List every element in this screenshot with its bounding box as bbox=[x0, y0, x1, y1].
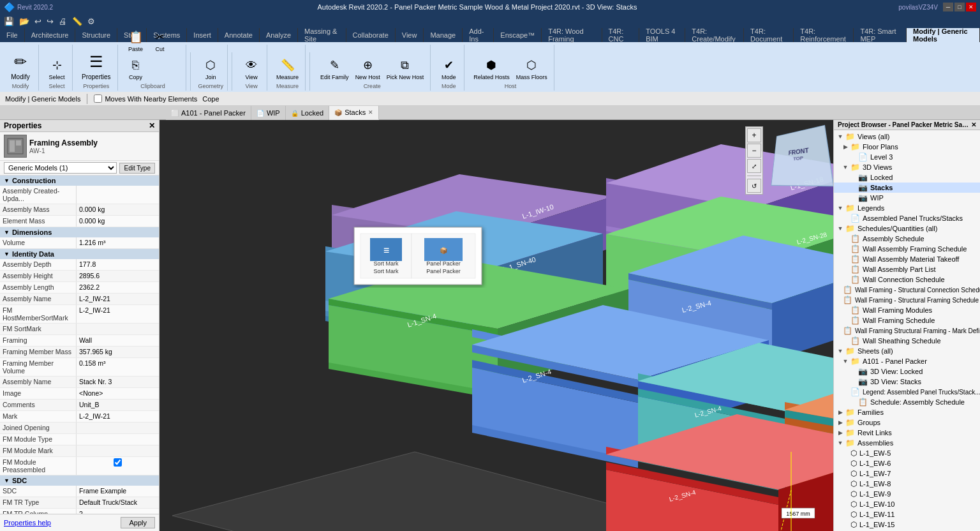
tab-insert[interactable]: Insert bbox=[187, 28, 218, 42]
tab-manage[interactable]: Manage bbox=[424, 28, 463, 42]
prop-filter-select[interactable]: Generic Models (1) bbox=[4, 162, 117, 174]
qat-save[interactable]: 💾 bbox=[3, 17, 15, 26]
qat-redo[interactable]: ↪ bbox=[45, 17, 55, 26]
tab-collaborate[interactable]: Collaborate bbox=[346, 28, 396, 42]
tab-t4r-wood[interactable]: T4R: Wood Framing bbox=[542, 28, 602, 42]
pb-assemblies[interactable]: ▼ 📁 Assemblies bbox=[834, 438, 980, 448]
new-host-btn[interactable]: ⊕ New Host bbox=[353, 55, 383, 82]
view-btn[interactable]: 👁 View bbox=[240, 55, 263, 82]
copy-btn[interactable]: ⎘ Copy bbox=[124, 55, 147, 82]
qat-open[interactable]: 📂 bbox=[18, 17, 31, 26]
close-button[interactable]: ✕ bbox=[966, 3, 976, 11]
view-tab-stacks-close[interactable]: ✕ bbox=[368, 109, 373, 116]
cut-btn[interactable]: ✂ Cut bbox=[149, 27, 172, 54]
pb-wall-sheathing[interactable]: 📋 Wall Sheathing Schedule bbox=[834, 336, 980, 346]
select-btn[interactable]: ⊹ Select bbox=[45, 55, 68, 82]
mode-btn[interactable]: ✔ Mode bbox=[437, 55, 460, 82]
sdc-section-header[interactable]: ▼ SDC bbox=[0, 475, 159, 486]
pb-3d-stacks[interactable]: 📷 3D View: Stacks bbox=[834, 377, 980, 387]
related-hosts-btn[interactable]: ⬢ Related Hosts bbox=[471, 55, 512, 82]
pb-l1-ew9[interactable]: ⬡L-1_EW-9 bbox=[834, 489, 980, 499]
pick-new-host-btn[interactable]: ⧉ Pick New Host bbox=[384, 55, 427, 82]
orbit-button[interactable]: ↺ bbox=[747, 179, 761, 193]
tab-modify-generic[interactable]: Modify | Generic Models bbox=[907, 28, 980, 42]
tab-t4r-create[interactable]: T4R: Create/Modify bbox=[685, 28, 744, 42]
join-btn[interactable]: ⬡ Join bbox=[199, 55, 222, 82]
pb-schedule-assembly[interactable]: 📋 Schedule: Assembly Schedule bbox=[834, 397, 980, 407]
tab-t4r-cnc[interactable]: T4R: CNC bbox=[602, 28, 640, 42]
qat-print[interactable]: 🖨 bbox=[57, 17, 68, 26]
tab-structure[interactable]: Structure bbox=[75, 28, 117, 42]
nav-cube-face[interactable]: FRONT TOP bbox=[771, 125, 833, 186]
pb-3d-views[interactable]: ▼ 📁 3D Views bbox=[834, 162, 980, 172]
pb-revit-links[interactable]: ▶ 📁 Revit Links bbox=[834, 428, 980, 438]
edit-family-btn[interactable]: ✎ Edit Family bbox=[318, 55, 352, 82]
mass-floors-btn[interactable]: ⬡ Mass Floors bbox=[514, 55, 550, 82]
pb-wall-part-list[interactable]: 📋 Wall Assembly Part List bbox=[834, 264, 980, 274]
properties-btn[interactable]: ☰ Properties bbox=[79, 49, 114, 82]
moves-nearby-checkbox[interactable] bbox=[94, 94, 102, 103]
pb-stacks[interactable]: 📷 Stacks bbox=[834, 183, 980, 193]
pb-close-icon[interactable]: ✕ bbox=[971, 121, 976, 128]
pb-l1-ew7[interactable]: ⬡L-1_EW-7 bbox=[834, 468, 980, 479]
zoom-fit-button[interactable]: ⤢ bbox=[747, 159, 761, 173]
paste-btn[interactable]: 📋 Paste bbox=[124, 27, 147, 54]
measure-btn[interactable]: 📏 Measure bbox=[274, 55, 301, 82]
tab-architecture[interactable]: Architecture bbox=[25, 28, 76, 42]
dimensions-section-header[interactable]: ▼ Dimensions bbox=[0, 227, 159, 237]
properties-close-icon[interactable]: ✕ bbox=[149, 121, 155, 130]
pb-wall-framing-schedule[interactable]: 📋 Wall Assembly Framing Schedule bbox=[834, 244, 980, 254]
pb-wall-struct-fr-mark[interactable]: 📋 Wall Framing Structural Framing - Mark… bbox=[834, 325, 980, 336]
tab-massing[interactable]: Massing & Site bbox=[298, 28, 346, 42]
pb-3d-locked[interactable]: 📷 3D View: Locked bbox=[834, 366, 980, 377]
pb-assembly-schedule[interactable]: 📋 Assembly Schedule bbox=[834, 234, 980, 244]
edit-type-button[interactable]: Edit Type bbox=[119, 163, 155, 174]
qat-settings[interactable]: ⚙ bbox=[86, 17, 96, 26]
view-tab-locked[interactable]: 🔒 Locked bbox=[286, 106, 329, 120]
modify-btn[interactable]: ✏ Modify bbox=[6, 49, 34, 82]
pb-groups[interactable]: ▶ 📁 Groups bbox=[834, 417, 980, 428]
pb-views-all[interactable]: ▼ 📁 Views (all) bbox=[834, 131, 980, 142]
pb-sheets[interactable]: ▼ 📁 Sheets (all) bbox=[834, 346, 980, 356]
identity-section-header[interactable]: ▼ Identity Data bbox=[0, 249, 159, 259]
pb-l1-ew15[interactable]: ⬡L-1_EW-15 bbox=[834, 520, 980, 530]
pb-families[interactable]: ▶ 📁 Families bbox=[834, 407, 980, 417]
construction-section-header[interactable]: ▼ Construction bbox=[0, 176, 159, 186]
tab-addins[interactable]: Add-Ins bbox=[463, 28, 494, 42]
tab-t4r-mep[interactable]: T4R: Smart MEP bbox=[854, 28, 907, 42]
tab-analyze[interactable]: Analyze bbox=[260, 28, 298, 42]
tab-view[interactable]: View bbox=[396, 28, 424, 42]
tab-file[interactable]: File bbox=[0, 28, 25, 42]
nav-cube[interactable]: FRONT TOP bbox=[769, 126, 827, 184]
pb-wall-connection-schedule[interactable]: 📋 Wall Connection Schedule bbox=[834, 274, 980, 285]
view-tab-a101[interactable]: ⬜ A101 - Panel Packer bbox=[166, 106, 251, 120]
tab-annotate[interactable]: Annotate bbox=[218, 28, 260, 42]
pb-l1-ew11[interactable]: ⬡L-1_EW-11 bbox=[834, 509, 980, 520]
pb-floor-plans[interactable]: ▶ 📁 Floor Plans bbox=[834, 142, 980, 152]
apply-button[interactable]: Apply bbox=[121, 517, 155, 528]
maximize-button[interactable]: □ bbox=[954, 3, 965, 11]
pb-l1-ew8[interactable]: ⬡L-1_EW-8 bbox=[834, 479, 980, 489]
pb-legends[interactable]: ▼ 📁 Legends bbox=[834, 203, 980, 213]
pb-wall-framing-sched[interactable]: 📋 Wall Framing Schedule bbox=[834, 315, 980, 325]
pb-level3[interactable]: 📄 Level 3 bbox=[834, 152, 980, 162]
pb-l1-ew6[interactable]: ⬡L-1_EW-6 bbox=[834, 458, 980, 468]
viewport[interactable]: L-1_IW-10 L-1_SN-18 L-2_SN-21 bbox=[160, 120, 833, 531]
view-tab-stacks[interactable]: 📦 Stacks ✕ bbox=[329, 106, 379, 120]
pb-wall-struct-conn[interactable]: 📋 Wall Framing - Structural Connection S… bbox=[834, 285, 980, 295]
zoom-out-button[interactable]: − bbox=[747, 144, 761, 158]
qat-undo[interactable]: ↩ bbox=[33, 17, 43, 26]
pb-wip[interactable]: 📷 WIP bbox=[834, 193, 980, 203]
pb-l1-ew5[interactable]: ⬡L-1_EW-5 bbox=[834, 448, 980, 458]
pb-wall-material-takeoff[interactable]: 📋 Wall Assembly Material Takeoff bbox=[834, 254, 980, 264]
properties-help-link[interactable]: Properties help bbox=[4, 519, 51, 527]
pb-l1-ew10[interactable]: ⬡L-1_EW-10 bbox=[834, 499, 980, 509]
pb-a101[interactable]: ▼ 📁 A101 - Panel Packer bbox=[834, 356, 980, 366]
pb-schedules[interactable]: ▼ 📁 Schedules/Quantities (all) bbox=[834, 223, 980, 234]
tab-t4r-reinf[interactable]: T4R: Reinforcement bbox=[794, 28, 854, 42]
tab-tools4bim[interactable]: TOOLS 4 BIM bbox=[639, 28, 685, 42]
tab-enscape[interactable]: Enscape™ bbox=[494, 28, 542, 42]
view-tab-wip[interactable]: 📄 WIP bbox=[251, 106, 286, 120]
pb-assembled-trucks[interactable]: 📄 Assembled Panel Trucks/Stacks bbox=[834, 213, 980, 223]
pb-locked[interactable]: 📷 Locked bbox=[834, 172, 980, 183]
